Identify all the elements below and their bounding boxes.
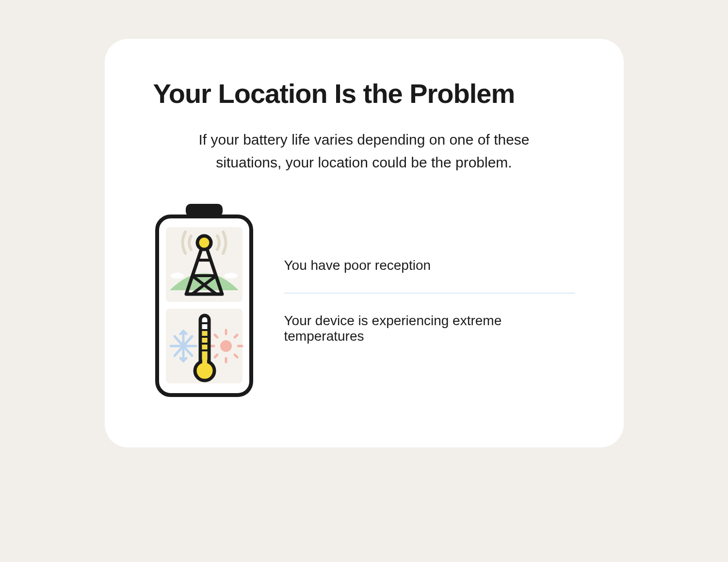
svg-rect-30 [202, 329, 207, 368]
svg-point-4 [224, 273, 238, 279]
content-row: You have poor reception Your device is e… [153, 203, 575, 399]
svg-point-3 [171, 273, 184, 279]
svg-point-19 [220, 340, 232, 352]
svg-line-26 [215, 355, 217, 357]
svg-point-9 [197, 236, 211, 249]
reason-item: Your device is experiencing extreme temp… [284, 294, 575, 364]
svg-line-25 [235, 335, 237, 337]
info-card: Your Location Is the Problem If your bat… [105, 39, 624, 447]
battery-icon [153, 203, 255, 397]
card-subtitle: If your battery life varies depending on… [170, 129, 558, 174]
reasons-list: You have poor reception Your device is e… [284, 238, 575, 364]
card-title: Your Location Is the Problem [153, 78, 575, 109]
reason-item: You have poor reception [284, 238, 575, 293]
svg-line-27 [235, 355, 237, 357]
battery-illustration [153, 203, 255, 399]
svg-line-24 [215, 335, 217, 337]
